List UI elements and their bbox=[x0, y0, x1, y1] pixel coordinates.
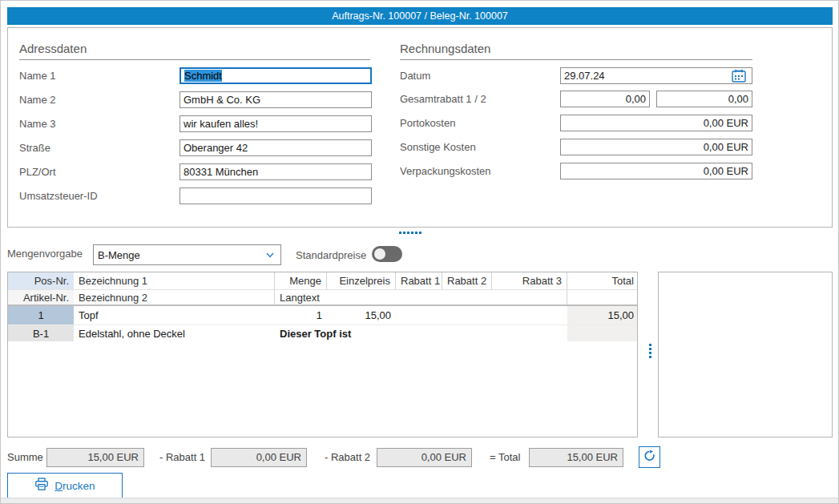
total-label: = Total bbox=[490, 448, 520, 467]
strasse-label: Straße bbox=[19, 139, 50, 156]
col-header-spacer bbox=[567, 290, 638, 304]
splitter-dot bbox=[649, 352, 651, 354]
refresh-icon bbox=[643, 449, 656, 466]
drucken-button[interactable]: Drucken bbox=[7, 473, 123, 498]
printer-icon bbox=[34, 478, 49, 494]
col-header-menge: Menge bbox=[275, 272, 327, 289]
chevron-down-icon bbox=[264, 249, 276, 260]
header-panel: Adressdaten Name 1 Schmidt Name 2 GmbH &… bbox=[7, 27, 833, 228]
splitter-dot bbox=[415, 232, 417, 234]
col-header-total: Total bbox=[567, 272, 638, 289]
cell-einzelpreis[interactable]: 15,00 bbox=[327, 306, 396, 325]
table-header-row-1: Pos-Nr. Bezeichnung 1 Menge Einzelpreis … bbox=[8, 272, 637, 290]
ustid-input[interactable] bbox=[179, 187, 372, 204]
gesamtrabatt1-input[interactable]: 0,00 bbox=[560, 91, 650, 107]
table-header-row-2: Artikel-Nr. Bezeichnung 2 Langtext bbox=[8, 290, 637, 306]
summe-label: Summe bbox=[7, 448, 43, 467]
calendar-icon[interactable] bbox=[729, 68, 748, 83]
verpackungskosten-input[interactable]: 0,00 EUR bbox=[560, 163, 752, 179]
ustid-label: Umsatzsteuer-ID bbox=[19, 187, 98, 204]
position-row-sub[interactable]: B-1 Edelstahl, ohne Deckel Dieser Topf i… bbox=[8, 325, 637, 341]
cell-artikel-nr[interactable]: B-1 bbox=[8, 325, 74, 341]
horizontal-splitter[interactable] bbox=[399, 232, 422, 234]
splitter-dot bbox=[419, 232, 422, 234]
cell-menge[interactable]: 1 bbox=[275, 306, 327, 325]
portokosten-label: Portokosten bbox=[400, 115, 455, 131]
col-header-langtext: Langtext bbox=[275, 290, 567, 304]
name1-label: Name 1 bbox=[19, 67, 56, 84]
toggle-knob bbox=[374, 248, 385, 260]
cell-bezeichnung1[interactable]: Topf bbox=[74, 306, 275, 325]
name2-input[interactable]: GmbH & Co. KG bbox=[179, 91, 372, 108]
mengenvorgabe-label: Mengenvorgabe bbox=[7, 248, 83, 260]
splitter-dot bbox=[411, 232, 413, 234]
splitter-dot bbox=[407, 232, 409, 234]
cell-langtext[interactable]: Dieser Topf ist bbox=[275, 325, 567, 341]
verpackungskosten-label: Verpackungskosten bbox=[400, 163, 490, 179]
side-panel bbox=[658, 272, 833, 437]
rabatt2-label: - Rabatt 2 bbox=[325, 448, 370, 467]
rabatt2-field: 0,00 EUR bbox=[377, 448, 472, 467]
sonstige-kosten-label: Sonstige Kosten bbox=[400, 139, 476, 155]
splitter-dot bbox=[649, 344, 651, 346]
portokosten-input[interactable]: 0,00 EUR bbox=[560, 115, 752, 131]
position-row-main[interactable]: 1 Topf 1 15,00 15,00 bbox=[8, 306, 637, 325]
rabatt1-field: 0,00 EUR bbox=[211, 448, 307, 467]
mengenvorgabe-dropdown[interactable]: B-Menge bbox=[93, 244, 281, 265]
refresh-button[interactable] bbox=[639, 446, 660, 468]
standardpreise-toggle[interactable] bbox=[372, 246, 402, 262]
col-header-rabatt2: Rabatt 2 bbox=[442, 272, 492, 289]
plz-ort-input[interactable]: 80331 München bbox=[179, 163, 372, 180]
order-window: Auftrags-Nr. 100007 / Beleg-Nr. 100007 A… bbox=[0, 0, 839, 504]
datum-label: Datum bbox=[400, 67, 430, 84]
strasse-input[interactable]: Oberanger 42 bbox=[179, 139, 372, 156]
cell-total-spacer bbox=[567, 325, 638, 341]
cell-total[interactable]: 15,00 bbox=[567, 306, 638, 325]
name1-selected-text: Schmidt bbox=[184, 70, 222, 82]
name3-label: Name 3 bbox=[19, 115, 56, 132]
sonstige-kosten-input[interactable]: 0,00 EUR bbox=[560, 139, 752, 155]
datum-value: 29.07.24 bbox=[564, 68, 729, 83]
col-header-artikel-nr: Artikel-Nr. bbox=[8, 290, 74, 304]
vertical-splitter[interactable] bbox=[649, 344, 651, 358]
splitter-dot bbox=[403, 232, 405, 234]
window-bottom-strip bbox=[1, 498, 838, 504]
splitter-dot bbox=[649, 356, 651, 358]
name2-label: Name 2 bbox=[19, 91, 56, 108]
gesamtrabatt-label: Gesamtrabatt 1 / 2 bbox=[400, 91, 486, 107]
positions-table: Pos-Nr. Bezeichnung 1 Menge Einzelpreis … bbox=[7, 272, 638, 437]
cell-bezeichnung2[interactable]: Edelstahl, ohne Deckel bbox=[74, 325, 275, 341]
invoice-heading: Rechnungsdaten bbox=[400, 42, 752, 60]
splitter-dot bbox=[399, 232, 401, 234]
col-header-einzelpreis: Einzelpreis bbox=[327, 272, 396, 289]
plz-ort-label: PLZ/Ort bbox=[19, 163, 56, 180]
mengenvorgabe-value: B-Menge bbox=[98, 249, 140, 261]
col-header-rabatt1: Rabatt 1 bbox=[396, 272, 442, 289]
summe-field: 15,00 EUR bbox=[46, 448, 144, 467]
col-header-bezeichnung1: Bezeichnung 1 bbox=[74, 272, 275, 289]
cell-rabatt1[interactable] bbox=[396, 306, 442, 325]
cell-rabatt3[interactable] bbox=[492, 306, 567, 325]
cell-pos-nr[interactable]: 1 bbox=[8, 306, 74, 325]
cell-rabatt2[interactable] bbox=[442, 306, 492, 325]
gesamtrabatt2-input[interactable]: 0,00 bbox=[656, 91, 752, 107]
col-header-rabatt3: Rabatt 3 bbox=[492, 272, 567, 289]
col-header-bezeichnung2: Bezeichnung 2 bbox=[74, 290, 275, 304]
address-heading: Adressdaten bbox=[19, 42, 370, 60]
standardpreise-label: Standardpreise bbox=[296, 249, 366, 261]
rabatt1-label: - Rabatt 1 bbox=[159, 448, 205, 467]
splitter-dot bbox=[649, 348, 651, 350]
name3-input[interactable]: wir kaufen alles! bbox=[179, 115, 372, 132]
title-bar: Auftrags-Nr. 100007 / Beleg-Nr. 100007 bbox=[7, 7, 833, 25]
drucken-label: Drucken bbox=[54, 480, 95, 492]
datum-input[interactable]: 29.07.24 bbox=[560, 67, 752, 84]
name1-input[interactable]: Schmidt bbox=[179, 67, 372, 84]
col-header-pos-nr: Pos-Nr. bbox=[8, 272, 74, 289]
total-field: 15,00 EUR bbox=[529, 448, 623, 467]
